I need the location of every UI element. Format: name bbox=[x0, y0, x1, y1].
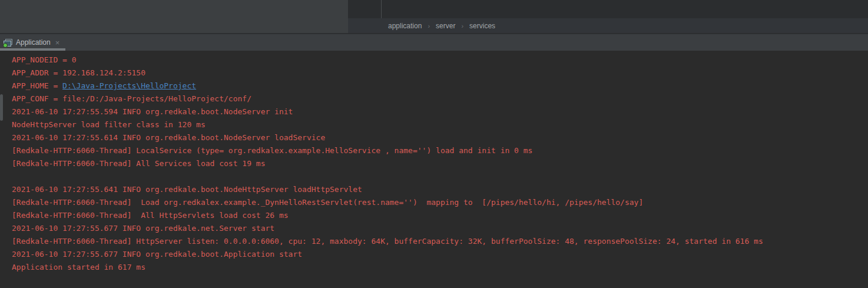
console-line: [Redkale-HTTP:6060-Thread] All Services … bbox=[12, 157, 868, 170]
tab-application[interactable]: Application × bbox=[0, 35, 65, 49]
running-indicator-dot bbox=[3, 43, 8, 48]
console-line: 2021-06-10 17:27:55.641 INFO org.redkale… bbox=[12, 183, 868, 196]
log-text: [Redkale-HTTP:6060-Thread] All Services … bbox=[12, 159, 265, 168]
panel-divider bbox=[381, 0, 382, 18]
console-line: [Redkale-HTTP:6060-Thread] HttpServer li… bbox=[12, 235, 868, 248]
app-home-link[interactable]: D:\Java-Projects\HelloProject bbox=[62, 81, 196, 90]
log-text: Application started in 617 ms bbox=[12, 263, 145, 272]
console-line: 2021-06-10 17:27:55.677 INFO org.redkale… bbox=[12, 248, 868, 261]
console-line: APP_NODEID = 0 bbox=[12, 54, 868, 67]
breadcrumb-separator: › bbox=[428, 22, 430, 29]
log-text: 2021-06-10 17:27:55.614 INFO org.redkale… bbox=[12, 133, 325, 142]
breadcrumb-item-server[interactable]: server bbox=[435, 22, 456, 30]
log-text: 2021-06-10 17:27:55.677 INFO org.redkale… bbox=[12, 224, 274, 233]
tab-label: Application bbox=[16, 38, 51, 47]
editor-top-strip bbox=[348, 0, 868, 18]
console-line: APP_ADDR = 192.168.124.2:5150 bbox=[12, 67, 868, 80]
breadcrumb-item-services[interactable]: services bbox=[468, 22, 496, 30]
log-text: 2021-06-10 17:27:55.594 INFO org.redkale… bbox=[12, 107, 293, 116]
console-line: APP_HOME = D:\Java-Projects\HelloProject bbox=[12, 80, 868, 92]
run-toolwindow-tabbar: Application × bbox=[0, 33, 868, 51]
left-scrollbar-thumb[interactable] bbox=[0, 94, 3, 121]
log-text: 2021-06-10 17:27:55.641 INFO org.redkale… bbox=[12, 185, 362, 194]
log-text: APP_ADDR = 192.168.124.2:5150 bbox=[12, 68, 145, 77]
console-line: 2021-06-10 17:27:55.594 INFO org.redkale… bbox=[12, 105, 868, 118]
console-line: 2021-06-10 17:27:55.677 INFO org.redkale… bbox=[12, 222, 868, 235]
console-line: Application started in 617 ms bbox=[12, 261, 868, 274]
breadcrumb-separator: › bbox=[461, 22, 463, 29]
breadcrumb-item-application[interactable]: application bbox=[387, 22, 423, 30]
log-text: 2021-06-10 17:27:55.677 INFO org.redkale… bbox=[12, 250, 302, 259]
console-line bbox=[12, 170, 868, 183]
editor-empty-panel bbox=[0, 0, 348, 33]
log-text: NodeHttpServer load filter class in 120 … bbox=[12, 120, 206, 129]
log-text: [Redkale-HTTP:6060-Thread] LocalService … bbox=[12, 146, 532, 155]
log-text: APP_CONF = file:/D:/Java-Projects/HelloP… bbox=[12, 94, 251, 103]
breadcrumb: application›server›services bbox=[348, 18, 868, 33]
console-line: [Redkale-HTTP:6060-Thread] Load org.redk… bbox=[12, 196, 868, 209]
close-icon[interactable]: × bbox=[55, 39, 60, 47]
console-line: [Redkale-HTTP:6060-Thread] LocalService … bbox=[12, 144, 868, 157]
console-line: NodeHttpServer load filter class in 120 … bbox=[12, 118, 868, 131]
editor-header-panel: application›server›services bbox=[348, 0, 868, 33]
console-icon bbox=[4, 39, 12, 47]
log-text: APP_NODEID = 0 bbox=[12, 55, 77, 64]
log-text: [Redkale-HTTP:6060-Thread] HttpServer li… bbox=[12, 237, 763, 246]
console-line: 2021-06-10 17:27:55.614 INFO org.redkale… bbox=[12, 131, 868, 144]
log-text: [Redkale-HTTP:6060-Thread] All HttpServl… bbox=[12, 211, 289, 220]
log-text: [Redkale-HTTP:6060-Thread] Load org.redk… bbox=[12, 198, 643, 207]
console-line: APP_CONF = file:/D:/Java-Projects/HelloP… bbox=[12, 92, 868, 105]
log-text: APP_HOME = bbox=[12, 81, 62, 90]
console-line: [Redkale-HTTP:6060-Thread] All HttpServl… bbox=[12, 209, 868, 222]
console-output[interactable]: APP_NODEID = 0APP_ADDR = 192.168.124.2:5… bbox=[0, 51, 868, 288]
